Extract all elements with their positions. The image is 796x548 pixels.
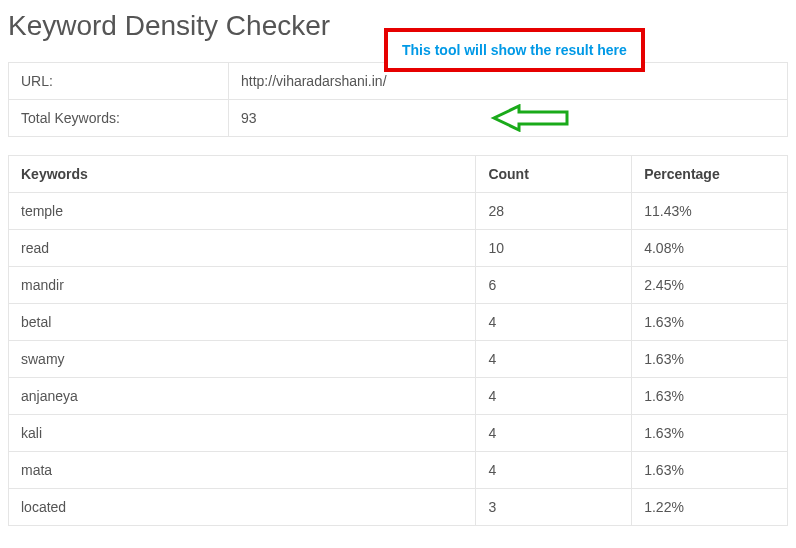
header-keywords: Keywords [9,156,476,193]
annotation-text: This tool will show the result here [402,42,627,58]
cell-percentage: 1.63% [632,378,788,415]
cell-keyword: kali [9,415,476,452]
cell-percentage: 1.63% [632,304,788,341]
cell-keyword: temple [9,193,476,230]
cell-count: 28 [476,193,632,230]
cell-keyword: anjaneya [9,378,476,415]
cell-keyword: mata [9,452,476,489]
table-row: located31.22% [9,489,788,526]
cell-keyword: swamy [9,341,476,378]
table-row: temple2811.43% [9,193,788,230]
annotation-callout: This tool will show the result here [384,28,645,72]
results-header-row: Keywords Count Percentage [9,156,788,193]
cell-count: 4 [476,452,632,489]
summary-table: URL: http://viharadarshani.in/ Total Key… [8,62,788,137]
cell-count: 3 [476,489,632,526]
total-keywords-label: Total Keywords: [9,100,229,137]
arrow-left-icon [489,104,569,132]
table-row: read104.08% [9,230,788,267]
table-row: swamy41.63% [9,341,788,378]
cell-count: 4 [476,415,632,452]
cell-keyword: read [9,230,476,267]
cell-count: 10 [476,230,632,267]
cell-percentage: 4.08% [632,230,788,267]
results-table: Keywords Count Percentage temple2811.43%… [8,155,788,526]
total-keywords-value: 93 [241,110,257,126]
summary-row-total: Total Keywords: 93 [9,100,788,137]
page-title: Keyword Density Checker [8,10,330,42]
table-row: anjaneya41.63% [9,378,788,415]
header-percentage: Percentage [632,156,788,193]
table-row: mandir62.45% [9,267,788,304]
cell-keyword: betal [9,304,476,341]
cell-keyword: mandir [9,267,476,304]
url-label: URL: [9,63,229,100]
cell-percentage: 1.63% [632,452,788,489]
cell-percentage: 1.22% [632,489,788,526]
cell-count: 4 [476,304,632,341]
cell-percentage: 1.63% [632,415,788,452]
header-count: Count [476,156,632,193]
cell-count: 4 [476,378,632,415]
cell-percentage: 1.63% [632,341,788,378]
table-row: mata41.63% [9,452,788,489]
cell-keyword: located [9,489,476,526]
table-row: betal41.63% [9,304,788,341]
table-row: kali41.63% [9,415,788,452]
cell-percentage: 11.43% [632,193,788,230]
cell-percentage: 2.45% [632,267,788,304]
cell-count: 6 [476,267,632,304]
cell-count: 4 [476,341,632,378]
